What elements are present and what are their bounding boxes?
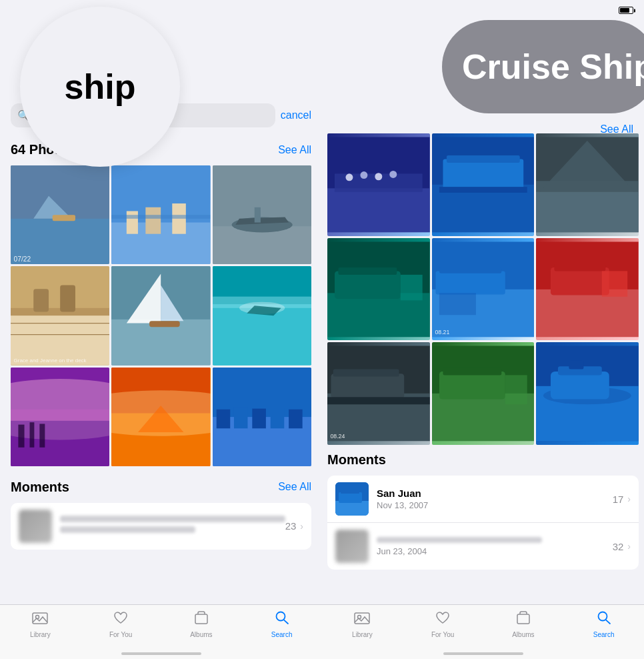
svg-rect-110 <box>339 492 362 503</box>
left-moment-count: 23 <box>285 520 297 532</box>
right-tab-albums-label: Albums <box>512 631 534 638</box>
photo-cell-4[interactable]: Grace and Jeanne on the deck at Cabin #8… <box>11 266 109 365</box>
left-tab-for-you[interactable]: For You <box>81 610 161 638</box>
left-tab-albums[interactable]: Albums <box>161 610 242 638</box>
svg-point-63 <box>360 171 367 179</box>
left-moment-title-line <box>60 516 285 522</box>
left-tab-search[interactable]: Search <box>241 610 322 638</box>
right-moment-sj-count-area: 17 › <box>613 494 631 505</box>
right-moment-blurred[interactable]: Jun 23, 2004 32 › <box>327 523 639 570</box>
right-moment-blurred-count: 32 <box>613 541 624 552</box>
left-tab-for-you-label: For You <box>109 631 132 638</box>
svg-rect-39 <box>18 424 24 447</box>
photo-cell-1[interactable]: 07/22 <box>11 165 109 264</box>
svg-point-64 <box>375 173 382 180</box>
search-icon-tab-left <box>274 610 290 629</box>
svg-rect-29 <box>149 321 180 327</box>
left-tab-library-label: Library <box>30 631 51 638</box>
svg-rect-38 <box>11 421 109 466</box>
left-moment-blurred[interactable]: 23 › <box>11 503 311 550</box>
right-tab-bar: Library For You Albums <box>322 604 644 659</box>
svg-rect-53 <box>289 409 303 428</box>
right-moment-blurred-chevron: › <box>627 541 631 552</box>
albums-icon-left <box>193 610 209 629</box>
cruise-svg-8 <box>432 342 535 445</box>
right-photo-3[interactable] <box>536 133 639 236</box>
svg-text:08.24: 08.24 <box>330 433 345 440</box>
svg-rect-101 <box>505 376 527 405</box>
right-moment-san-juan[interactable]: San Juan Nov 13, 2007 17 › <box>327 476 639 523</box>
right-photo-1[interactable] <box>327 133 430 236</box>
right-tab-for-you[interactable]: For You <box>403 610 483 638</box>
right-photo-4[interactable] <box>327 238 430 341</box>
cruise-svg-1 <box>327 133 430 236</box>
svg-rect-70 <box>439 187 527 193</box>
for-you-icon-right <box>435 610 451 629</box>
svg-rect-9 <box>173 203 187 234</box>
svg-rect-107 <box>569 361 584 370</box>
left-cancel-button[interactable]: cancel <box>281 109 311 121</box>
right-photo-9[interactable] <box>536 342 639 445</box>
right-see-all-top[interactable]: See All <box>600 123 633 135</box>
albums-icon-right <box>515 610 531 629</box>
right-tab-albums[interactable]: Albums <box>483 610 564 638</box>
svg-point-62 <box>345 173 353 181</box>
svg-rect-7 <box>127 211 138 233</box>
photo-cell-8[interactable] <box>111 368 210 466</box>
right-photo-7[interactable]: 08.24 <box>327 342 430 445</box>
right-tab-search[interactable]: Search <box>563 610 644 638</box>
svg-rect-84 <box>439 293 476 315</box>
svg-rect-93 <box>331 374 404 399</box>
left-tab-library[interactable]: Library <box>0 610 81 638</box>
photo-cell-2[interactable] <box>111 165 210 264</box>
photo-cell-9[interactable] <box>213 368 311 466</box>
photo-cell-3[interactable] <box>213 165 311 264</box>
svg-rect-56 <box>195 614 207 624</box>
left-moment-text <box>60 516 285 537</box>
photo-sunset2-svg <box>111 368 210 466</box>
svg-rect-74 <box>536 192 639 232</box>
svg-text:08.21: 08.21 <box>435 328 449 335</box>
left-moment-chevron: › <box>300 521 303 532</box>
photo-cell-7[interactable] <box>11 368 109 466</box>
svg-rect-82 <box>435 271 505 294</box>
photo-turquoise-svg <box>213 266 311 365</box>
svg-rect-109 <box>335 501 369 516</box>
right-photo-6[interactable] <box>536 238 639 341</box>
svg-rect-90 <box>602 271 627 296</box>
right-phone: Cruise Ship See All <box>322 0 644 659</box>
right-photo-2[interactable] <box>432 133 535 236</box>
svg-rect-99 <box>439 372 505 400</box>
right-moment-sj-title: San Juan <box>377 488 613 499</box>
svg-text:Grace and Jeanne on the deck: Grace and Jeanne on the deck <box>14 358 87 364</box>
left-photos-see-all[interactable]: See All <box>278 144 311 156</box>
left-home-indicator <box>121 652 201 655</box>
right-see-all-top-label[interactable]: See All <box>600 123 633 135</box>
photo-cell-6[interactable] <box>213 266 311 365</box>
right-moments-title: Moments <box>327 452 386 468</box>
right-photo-8[interactable] <box>432 342 535 445</box>
svg-rect-83 <box>439 267 501 273</box>
right-photo-5[interactable]: 08.21 <box>432 238 535 341</box>
right-tab-search-label: Search <box>593 631 615 638</box>
left-moments-see-all[interactable]: See All <box>278 481 311 493</box>
svg-rect-22 <box>60 285 75 312</box>
svg-rect-60 <box>327 188 430 232</box>
right-tab-for-you-label: For You <box>431 631 454 638</box>
photo-cell-5[interactable] <box>111 266 210 365</box>
right-moment-sj-thumb <box>335 482 369 516</box>
svg-rect-94 <box>333 370 399 377</box>
cruise-svg-7: 08.24 <box>327 342 430 445</box>
svg-rect-49 <box>216 409 230 428</box>
svg-rect-95 <box>327 398 430 405</box>
svg-rect-52 <box>270 408 284 428</box>
photo-boats-row-svg <box>213 368 311 466</box>
left-moment-date-line <box>60 526 195 533</box>
svg-rect-69 <box>447 155 520 163</box>
library-icon-right <box>354 610 370 629</box>
battery-fill <box>620 8 629 13</box>
svg-rect-54 <box>33 613 47 624</box>
svg-text:07/22: 07/22 <box>14 255 31 263</box>
right-tab-library[interactable]: Library <box>322 610 403 638</box>
right-moment-blurred-count-area: 32 › <box>613 541 631 552</box>
